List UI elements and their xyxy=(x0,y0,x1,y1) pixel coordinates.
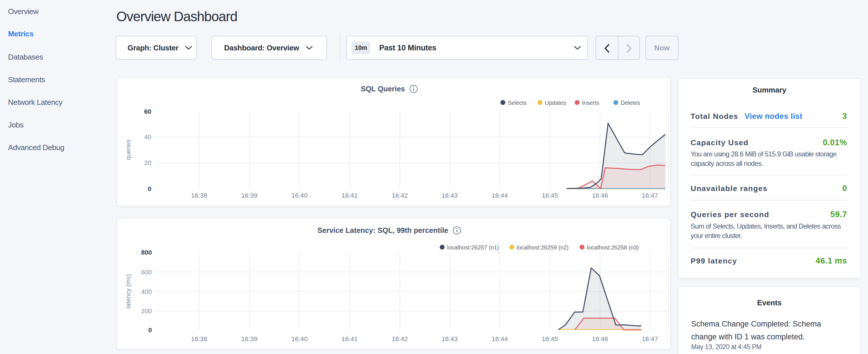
svg-text:localhost:26257 (n1): localhost:26257 (n1) xyxy=(447,244,499,251)
svg-text:16:47: 16:47 xyxy=(642,335,658,343)
svg-text:200: 200 xyxy=(141,308,152,315)
svg-text:16:46: 16:46 xyxy=(592,192,608,199)
svg-text:16:39: 16:39 xyxy=(241,192,257,199)
svg-text:800: 800 xyxy=(141,249,152,256)
svg-text:16:45: 16:45 xyxy=(542,335,558,343)
svg-text:600: 600 xyxy=(141,269,152,276)
svg-text:16:43: 16:43 xyxy=(442,335,458,343)
svg-text:16:42: 16:42 xyxy=(392,192,408,199)
svg-text:Selects: Selects xyxy=(508,100,527,106)
svg-text:16:38: 16:38 xyxy=(191,335,207,343)
svg-text:400: 400 xyxy=(141,288,152,295)
svg-text:16:45: 16:45 xyxy=(542,192,558,199)
svg-text:20: 20 xyxy=(144,159,151,166)
svg-text:60: 60 xyxy=(144,108,151,115)
svg-text:Deletes: Deletes xyxy=(621,100,640,106)
svg-text:16:42: 16:42 xyxy=(392,335,408,343)
svg-text:16:44: 16:44 xyxy=(492,335,508,343)
svg-text:16:47: 16:47 xyxy=(642,192,658,199)
svg-text:Updates: Updates xyxy=(545,100,566,106)
svg-text:latency (ms): latency (ms) xyxy=(125,274,132,309)
svg-text:40: 40 xyxy=(144,133,151,141)
svg-text:16:46: 16:46 xyxy=(592,335,608,343)
svg-text:16:38: 16:38 xyxy=(191,192,207,199)
svg-text:16:44: 16:44 xyxy=(492,192,508,199)
svg-text:queries: queries xyxy=(125,139,132,160)
svg-text:16:39: 16:39 xyxy=(241,335,257,343)
svg-text:0: 0 xyxy=(148,185,151,192)
svg-text:16:40: 16:40 xyxy=(291,335,308,343)
svg-text:16:43: 16:43 xyxy=(442,192,458,199)
svg-text:localhost:26258 (n3): localhost:26258 (n3) xyxy=(587,244,639,251)
svg-text:16:41: 16:41 xyxy=(342,335,358,343)
svg-text:localhost:26259 (n2): localhost:26259 (n2) xyxy=(517,244,568,251)
svg-text:16:40: 16:40 xyxy=(291,192,308,199)
svg-text:16:41: 16:41 xyxy=(342,192,358,199)
svg-text:Inserts: Inserts xyxy=(582,100,599,106)
svg-text:0: 0 xyxy=(148,326,152,334)
